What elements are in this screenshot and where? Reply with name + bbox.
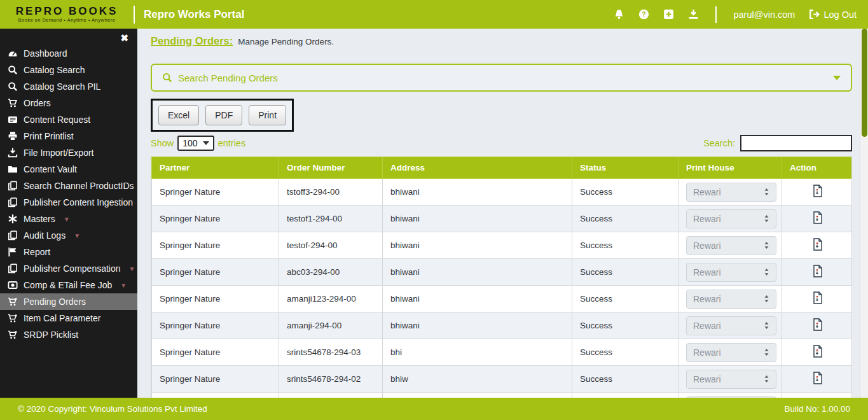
list-icon [8, 115, 18, 125]
file-download-icon[interactable] [813, 185, 823, 197]
svg-text:?: ? [642, 10, 646, 18]
search-pending-orders-dropdown[interactable]: Search Pending Orders [151, 64, 852, 92]
column-header-status[interactable]: Status [572, 157, 679, 179]
column-header-print-house[interactable]: Print House [679, 157, 782, 179]
app-header: REPRO BOOKS Books on Demand • Anytime • … [0, 0, 868, 29]
cart-plus-icon [8, 313, 18, 323]
file-download-icon[interactable] [813, 291, 823, 304]
sidebar-item-publisher-compensation[interactable]: Publisher Compensation▼ [0, 260, 137, 277]
column-header-order-number[interactable]: Order Number [279, 157, 383, 179]
print-house-select[interactable]: Rewari [686, 209, 776, 228]
order-number-cell: srints54678-294-03 [279, 339, 383, 366]
entries-count-select[interactable]: 100 [177, 136, 214, 151]
caret-down-icon: ▼ [129, 265, 135, 272]
address-cell: bhiwani [383, 259, 572, 286]
bell-icon[interactable] [614, 9, 624, 20]
sidebar-item-orders[interactable]: Orders [0, 95, 137, 111]
partner-cell: Springer Nature [152, 312, 279, 339]
sidebar-item-pending-orders[interactable]: Pending Orders [0, 293, 137, 310]
column-header-address[interactable]: Address [383, 157, 572, 179]
address-cell: bhiwani [383, 206, 572, 232]
print-house-cell: Rewari [679, 259, 782, 286]
order-number-cell: abc03-294-00 [279, 259, 383, 286]
scrollbar-thumb[interactable] [862, 29, 867, 137]
app-footer: © 2020 Copyright: Vinculum Solutions Pvt… [0, 398, 868, 420]
sidebar-item-dashboard[interactable]: Dashboard [0, 45, 137, 62]
copy-icon [8, 197, 18, 207]
sidebar-item-masters[interactable]: Masters▼ [0, 211, 137, 227]
sidebar-item-report[interactable]: Report [0, 244, 137, 260]
sidebar-item-item-cal-parameter[interactable]: Item Cal Parameter [0, 310, 137, 326]
sidebar-item-label: Masters [24, 214, 55, 224]
sidebar-item-label: Print Printlist [24, 131, 74, 141]
sidebar-item-file-import-export[interactable]: File Import/Export [0, 144, 137, 161]
entries-label: entries [218, 138, 246, 148]
search-icon [162, 73, 172, 83]
sidebar-item-label: Search Channel ProductIDs [24, 181, 134, 191]
print-house-value: Rewari [693, 374, 721, 384]
print-house-select[interactable]: Rewari [686, 343, 776, 362]
print-house-select[interactable]: Rewari [686, 370, 776, 389]
address-cell: bhiwani [383, 312, 572, 339]
sidebar-item-publisher-content-ingestion[interactable]: Publisher Content Ingestion [0, 194, 137, 211]
print-house-value: Rewari [693, 321, 721, 331]
print-house-select[interactable] [686, 396, 776, 398]
print-house-cell: Rewari [679, 232, 782, 259]
print-button[interactable]: Print [249, 105, 286, 125]
print-house-select[interactable]: Rewari [686, 263, 776, 282]
search-icon [8, 81, 18, 92]
status-cell [572, 393, 679, 398]
sidebar-item-search-channel-productids[interactable]: Search Channel ProductIDs [0, 178, 137, 194]
table-row: Springer Natureamanji-294-00bhiwaniSucce… [152, 312, 853, 339]
file-download-icon[interactable] [813, 265, 823, 277]
logout-button[interactable]: Log Out [809, 9, 857, 20]
table-search-label: Search: [703, 138, 735, 148]
sidebar-item-srdp-picklist[interactable]: SRDP Picklist [0, 326, 137, 343]
sidebar-item-audit-logs[interactable]: Audit Logs▼ [0, 227, 137, 244]
print-house-select[interactable]: Rewari [686, 183, 776, 202]
file-download-icon[interactable] [813, 318, 823, 331]
logout-icon [809, 9, 820, 20]
column-header-action[interactable]: Action [782, 157, 853, 179]
sidebar-item-catalog-search-pil[interactable]: Catalog Search PIL [0, 78, 137, 95]
sidebar-item-print-printlist[interactable]: Print Printlist [0, 128, 137, 144]
sidebar-item-content-request[interactable]: Content Request [0, 111, 137, 128]
partner-cell: Springer Nature [152, 232, 279, 259]
table-search-input[interactable] [740, 135, 852, 151]
sidebar-item-label: File Import/Export [24, 148, 93, 158]
close-icon[interactable]: ✖ [120, 32, 128, 44]
header-separator [715, 6, 717, 23]
print-house-select[interactable]: Rewari [686, 290, 776, 309]
table-row: Springer Naturetstoff3-294-00bhiwaniSucc… [152, 179, 853, 206]
file-download-icon[interactable] [813, 211, 823, 224]
comp-icon [8, 280, 18, 290]
table-row: Springer Naturetestof-294-00bhiwaniSucce… [152, 232, 853, 259]
address-cell: bhiwani [383, 286, 572, 312]
file-download-icon[interactable] [813, 372, 823, 384]
add-icon[interactable] [663, 9, 674, 20]
excel-button[interactable]: Excel [158, 105, 199, 125]
sidebar: ✖ DashboardCatalog SearchCatalog Search … [0, 29, 137, 398]
print-house-cell: Rewari [679, 179, 782, 206]
sidebar-item-comp-etail-fee-job[interactable]: Comp & ETail Fee Job▼ [0, 277, 137, 293]
file-download-icon[interactable] [813, 238, 823, 251]
file-download-icon[interactable] [813, 345, 823, 358]
sidebar-item-content-vault[interactable]: Content Vault [0, 161, 137, 178]
sidebar-item-label: Orders [24, 98, 51, 108]
chevron-down-icon [203, 141, 209, 145]
sidebar-item-label: Dashboard [24, 48, 67, 59]
pdf-button[interactable]: PDF [205, 105, 242, 125]
table-header-row: PartnerOrder NumberAddressStatusPrint Ho… [152, 157, 853, 179]
order-number-cell: tstoff3-294-00 [279, 179, 383, 206]
search-panel-placeholder: Search Pending Orders [178, 73, 278, 83]
download-icon[interactable] [688, 9, 699, 20]
copy-icon [8, 230, 18, 241]
print-house-select[interactable]: Rewari [686, 236, 776, 255]
print-house-select[interactable]: Rewari [686, 316, 776, 335]
pending-orders-table: PartnerOrder NumberAddressStatusPrint Ho… [151, 157, 852, 398]
main-content: Pending Orders: Manage Pending Orders. S… [137, 29, 860, 398]
help-icon[interactable]: ? [638, 9, 649, 20]
column-header-partner[interactable]: Partner [152, 157, 279, 179]
sidebar-item-catalog-search[interactable]: Catalog Search [0, 62, 137, 78]
action-cell [782, 179, 853, 206]
